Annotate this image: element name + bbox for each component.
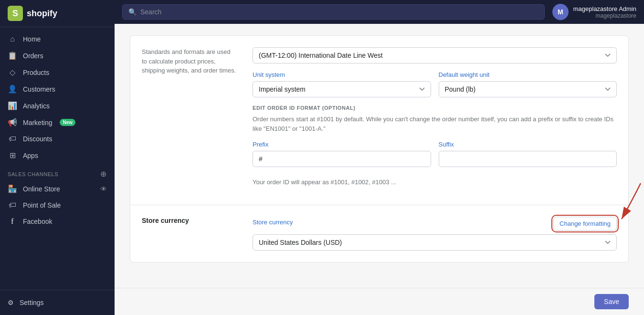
discounts-icon: 🏷	[8, 135, 17, 143]
marketing-badge: New	[60, 119, 75, 126]
store-currency-select[interactable]: United States Dollars (USD)	[253, 234, 617, 251]
main-area: 🔍 M mageplazastore Admin mageplazastore …	[115, 0, 644, 315]
prefix-input[interactable]	[253, 151, 431, 167]
default-weight-group: Default weight unit Pound (lb)	[439, 71, 617, 97]
change-formatting-button[interactable]: Change formatting	[553, 217, 617, 231]
sidebar-item-label: Apps	[23, 152, 38, 159]
sidebar-item-analytics[interactable]: 📊 Analytics	[0, 97, 115, 114]
add-sales-channel-icon[interactable]: ⊕	[100, 169, 107, 178]
store-currency-label-area: Store currency	[142, 217, 237, 251]
default-weight-label: Default weight unit	[439, 71, 617, 78]
eye-icon[interactable]: 👁	[100, 185, 107, 193]
sidebar-item-label: Home	[23, 35, 41, 43]
search-icon: 🔍	[128, 8, 137, 16]
suffix-input[interactable]	[439, 151, 617, 167]
edit-order-title: EDIT ORDER ID FORMAT (OPTIONAL)	[253, 105, 617, 111]
sidebar-item-label: Facebook	[23, 218, 52, 225]
store-currency-content: Store currency Change formatting	[253, 217, 617, 251]
settings-label: Settings	[20, 299, 44, 306]
prefix-suffix-row: Prefix Suffix	[253, 141, 617, 175]
timezone-group: (GMT-12:00) International Date Line West	[253, 47, 617, 63]
prefix-label: Prefix	[253, 141, 431, 148]
sidebar-item-label: Point of Sale	[23, 201, 61, 209]
sidebar-item-online-store[interactable]: 🏪 Online Store 👁	[0, 180, 115, 197]
sidebar-item-customers[interactable]: 👤 Customers	[0, 81, 115, 97]
sidebar-header: S shopify	[0, 0, 115, 27]
sidebar-item-label: Marketing	[23, 119, 52, 126]
change-formatting-wrapper: Change formatting	[553, 217, 617, 231]
unit-system-group: Unit system Imperial system	[253, 71, 431, 97]
unit-system-select[interactable]: Imperial system	[253, 81, 431, 97]
sidebar: S shopify ⌂ Home 📋 Orders ◇ Products 👤 C…	[0, 0, 115, 315]
avatar: M	[552, 4, 569, 20]
marketing-icon: 📢	[8, 118, 17, 127]
analytics-icon: 📊	[8, 101, 17, 110]
apps-icon: ⊞	[8, 151, 17, 160]
standards-label-area: Standards and formats are used to calcul…	[142, 47, 237, 193]
facebook-icon: f	[8, 217, 17, 226]
timezone-select[interactable]: (GMT-12:00) International Date Line West	[253, 47, 617, 63]
orders-icon: 📋	[8, 51, 17, 60]
sidebar-item-home[interactable]: ⌂ Home	[0, 31, 115, 47]
search-input[interactable]	[140, 8, 538, 16]
online-store-icon: 🏪	[8, 184, 17, 193]
pos-icon: 🏷	[8, 201, 17, 210]
order-id-preview: Your order ID will appear as #1001, #100…	[253, 178, 617, 186]
unit-weight-row: Unit system Imperial system Default weig…	[253, 71, 617, 105]
store-currency-field-label: Store currency	[253, 219, 293, 226]
search-bar[interactable]: 🔍	[122, 4, 545, 20]
user-store: mageplazastore	[573, 12, 636, 19]
store-currency-row: Store currency Store currency Change for…	[130, 205, 628, 262]
sidebar-item-label: Analytics	[23, 102, 50, 110]
edit-order-desc: Order numbers start at #1001 by default.…	[253, 115, 617, 133]
sidebar-item-label: Customers	[23, 85, 55, 93]
bottom-bar: Save	[115, 288, 644, 315]
shopify-logo[interactable]: S shopify	[8, 6, 57, 21]
prefix-group: Prefix	[253, 141, 431, 167]
standards-content: (GMT-12:00) International Date Line West…	[253, 47, 617, 193]
shopify-logo-text: shopify	[27, 9, 57, 19]
sidebar-item-orders[interactable]: 📋 Orders	[0, 47, 115, 64]
sidebar-item-marketing[interactable]: 📢 Marketing New	[0, 114, 115, 131]
edit-order-section: EDIT ORDER ID FORMAT (OPTIONAL) Order nu…	[253, 105, 617, 186]
save-button[interactable]: Save	[594, 294, 629, 309]
sidebar-item-discounts[interactable]: 🏷 Discounts	[0, 131, 115, 147]
default-weight-select[interactable]: Pound (lb)	[439, 81, 617, 97]
unit-system-label: Unit system	[253, 71, 431, 78]
sidebar-item-products[interactable]: ◇ Products	[0, 64, 115, 81]
sidebar-item-label: Products	[23, 69, 49, 76]
settings-nav-item[interactable]: ⚙ Settings	[8, 296, 107, 309]
settings-icon: ⚙	[8, 299, 14, 306]
sidebar-nav: ⌂ Home 📋 Orders ◇ Products 👤 Customers 📊…	[0, 27, 115, 290]
sidebar-item-label: Online Store	[23, 185, 60, 193]
user-text: mageplazastore Admin mageplazastore	[573, 5, 636, 19]
home-icon: ⌂	[8, 35, 17, 43]
customers-icon: 👤	[8, 84, 17, 94]
sidebar-item-point-of-sale[interactable]: 🏷 Point of Sale	[0, 197, 115, 213]
shopify-logo-icon: S	[8, 6, 23, 21]
sales-channels-label: SALES CHANNELS ⊕	[0, 164, 115, 180]
sidebar-item-facebook[interactable]: f Facebook	[0, 213, 115, 230]
standards-desc: Standards and formats are used to calcul…	[142, 47, 237, 75]
products-icon: ◇	[8, 68, 17, 77]
settings-card: Standards and formats are used to calcul…	[130, 35, 629, 262]
currency-header: Store currency Change formatting	[253, 217, 617, 231]
sidebar-item-label: Discounts	[23, 135, 52, 143]
user-info[interactable]: M mageplazastore Admin mageplazastore	[552, 4, 636, 20]
user-name: mageplazastore Admin	[573, 5, 636, 12]
sidebar-item-apps[interactable]: ⊞ Apps	[0, 147, 115, 164]
topbar: 🔍 M mageplazastore Admin mageplazastore	[115, 0, 644, 24]
sidebar-footer: ⚙ Settings	[0, 290, 115, 315]
suffix-group: Suffix	[439, 141, 617, 167]
store-currency-section-label: Store currency	[142, 217, 237, 224]
content: Standards and formats are used to calcul…	[115, 24, 644, 288]
suffix-label: Suffix	[439, 141, 617, 148]
sidebar-item-label: Orders	[23, 52, 43, 60]
standards-row: Standards and formats are used to calcul…	[130, 36, 628, 205]
